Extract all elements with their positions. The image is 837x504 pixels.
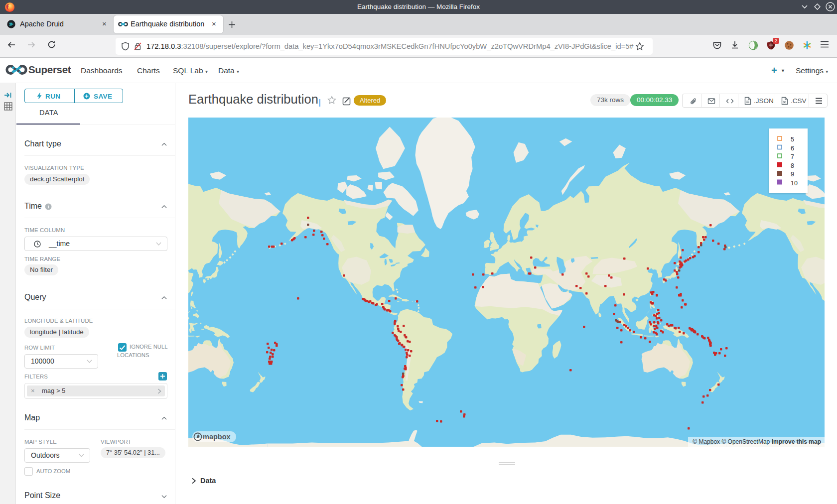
svg-text:7: 7 — [791, 153, 794, 160]
svg-text:mapbox: mapbox — [203, 433, 231, 441]
svg-text:10: 10 — [791, 180, 798, 187]
svg-text:9: 9 — [791, 171, 794, 178]
svg-text:6: 6 — [791, 145, 794, 152]
svg-text:5: 5 — [791, 136, 794, 143]
svg-text:8: 8 — [791, 162, 794, 169]
